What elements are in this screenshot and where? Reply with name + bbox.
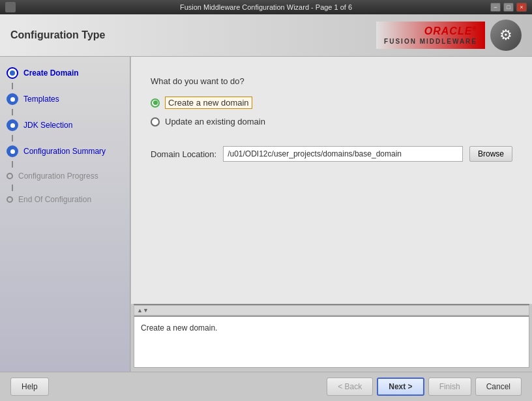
main-window: Configuration Type ORACLE® FUSION MIDDLE… xyxy=(0,14,532,401)
sidebar-label-jdk: JDK Selection xyxy=(23,121,72,130)
finish-button[interactable]: Finish xyxy=(428,378,471,396)
radio-create-new[interactable]: Create a new domain xyxy=(151,97,512,109)
connector-4 xyxy=(12,161,13,168)
sidebar-item-jdk-selection[interactable]: JDK Selection xyxy=(0,115,130,135)
sidebar-label-config-summary: Configuration Summary xyxy=(23,147,106,156)
header: Configuration Type ORACLE® FUSION MIDDLE… xyxy=(0,14,532,57)
sidebar-item-templates[interactable]: Templates xyxy=(0,89,130,109)
content-panel: What do you want to do? Create a new dom… xyxy=(131,57,532,304)
connector-1 xyxy=(12,83,13,89)
content-area: Create Domain Templates JDK Selection xyxy=(0,57,532,372)
maximize-button[interactable]: □ xyxy=(503,3,514,12)
footer: Help < Back Next > Finish Cancel xyxy=(0,372,532,401)
oracle-sub-text: FUSION MIDDLEWARE xyxy=(384,38,477,45)
connector-2 xyxy=(12,109,13,115)
sidebar: Create Domain Templates JDK Selection xyxy=(0,57,130,372)
connector-5 xyxy=(12,185,13,191)
step-icon-config-summary xyxy=(7,145,18,157)
footer-right: < Back Next > Finish Cancel xyxy=(327,378,522,396)
browse-button[interactable]: Browse xyxy=(469,146,512,162)
scroll-indicator: ▲▼ xyxy=(134,305,529,316)
radio-update-existing[interactable]: Update an existing domain xyxy=(151,117,512,126)
step-icon-create-domain xyxy=(7,67,18,79)
step-icon-jdk xyxy=(7,119,18,131)
question-text: What do you want to do? xyxy=(151,76,512,86)
connector-3 xyxy=(12,135,13,141)
radio-dot-create-new xyxy=(153,100,158,105)
radio-label-create-new: Create a new domain xyxy=(165,97,252,109)
domain-location-label: Domain Location: xyxy=(151,149,216,159)
oracle-branding: ORACLE® FUSION MIDDLEWARE ⚙ xyxy=(376,20,522,51)
sidebar-item-config-progress: Configuration Progress xyxy=(0,168,130,185)
oracle-brand-block: ORACLE® FUSION MIDDLEWARE xyxy=(376,22,485,48)
help-button[interactable]: Help xyxy=(10,378,49,396)
radio-group: Create a new domain Update an existing d… xyxy=(151,97,512,126)
next-button[interactable]: Next > xyxy=(377,378,424,396)
title-bar-left xyxy=(5,2,16,12)
main-content-area: What do you want to do? Create a new dom… xyxy=(130,57,532,372)
app-icon xyxy=(5,2,16,12)
minimize-button[interactable]: − xyxy=(490,3,501,12)
sidebar-label-config-progress: Configuration Progress xyxy=(18,171,98,181)
oracle-gear-icon: ⚙ xyxy=(490,20,522,51)
sidebar-item-config-summary[interactable]: Configuration Summary xyxy=(0,141,130,161)
radio-input-create-new[interactable] xyxy=(151,98,160,108)
step-icon-end-config xyxy=(7,196,13,203)
info-panel-wrapper: ▲▼ Create a new domain. xyxy=(131,304,532,372)
info-panel: Create a new domain. xyxy=(134,316,529,368)
title-bar: Fusion Middleware Configuration Wizard -… xyxy=(0,0,532,14)
cancel-button[interactable]: Cancel xyxy=(475,378,522,396)
info-text: Create a new domain. xyxy=(141,323,217,333)
domain-location-row: Domain Location: Browse xyxy=(151,146,512,162)
sidebar-label-create-domain: Create Domain xyxy=(23,68,79,78)
sidebar-item-create-domain[interactable]: Create Domain xyxy=(0,63,130,83)
window-title: Fusion Middleware Configuration Wizard -… xyxy=(180,3,352,11)
oracle-logo-text: ORACLE® xyxy=(424,25,477,37)
radio-label-update-existing: Update an existing domain xyxy=(165,117,265,126)
page-title: Configuration Type xyxy=(10,29,105,41)
step-icon-templates xyxy=(7,93,18,105)
back-button[interactable]: < Back xyxy=(327,378,373,396)
sidebar-item-end-config: End Of Configuration xyxy=(0,191,130,208)
domain-location-input[interactable] xyxy=(223,146,463,162)
close-button[interactable]: × xyxy=(516,3,527,12)
sidebar-label-end-config: End Of Configuration xyxy=(18,195,91,204)
radio-input-update-existing[interactable] xyxy=(151,117,160,126)
sidebar-label-templates: Templates xyxy=(23,95,59,104)
step-icon-config-progress xyxy=(7,173,13,179)
window-controls[interactable]: − □ × xyxy=(490,3,527,12)
